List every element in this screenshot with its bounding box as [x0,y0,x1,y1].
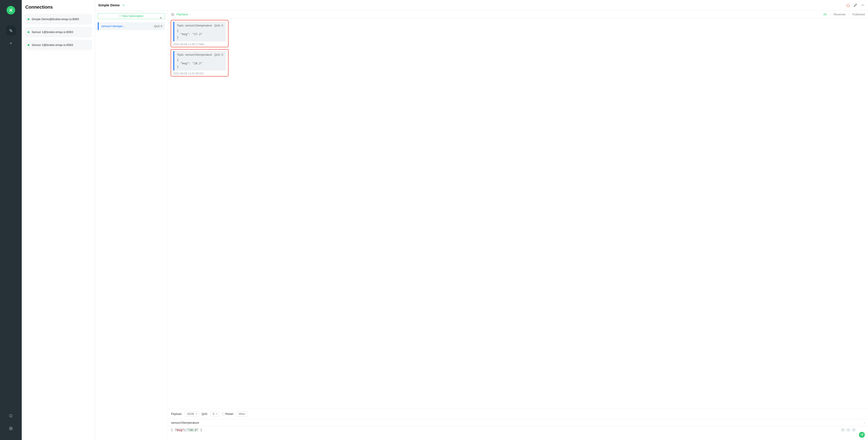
svg-point-5 [863,5,863,5]
message-timestamp: 2022-09-06 11:01:58:622 [173,72,226,75]
more-button[interactable] [861,3,865,7]
filter-all[interactable]: All [824,13,827,16]
connection-item[interactable]: Simple Demo@broker.emqx.io:8083 [25,14,92,24]
connections-title: Connections [25,4,91,10]
connection-label: Sensor 2@broker.emqx.io:8083 [32,43,73,47]
help-badge[interactable]: ? [171,13,174,16]
connection-title: Simple Demo [98,3,120,7]
connections-panel: Connections Simple Demo@broker.emqx.io:8… [22,0,95,440]
svg-point-6 [864,5,864,5]
topic-history-dropdown[interactable] [863,421,866,424]
topbar: Simple Demo [95,0,868,10]
nav-connections[interactable] [6,26,16,35]
message: Topic: sensor/2/temperatureQoS: 0{ "msg"… [170,49,228,77]
message-qos: QoS: 0 [214,53,223,56]
payload-format-select[interactable]: Plaintext [177,13,191,16]
edit-button[interactable] [854,3,857,7]
history-clear-button[interactable]: – [846,428,850,432]
nav-add[interactable] [6,38,16,48]
status-dot [28,18,29,20]
nav-about[interactable] [6,411,16,420]
message-timestamp: 2022-09-06 11:00:17:849 [173,43,226,46]
nav-rail [0,0,22,440]
payload-label: Payload: [171,412,182,415]
connection-label: Sensor 1@broker.emqx.io:8083 [32,30,73,34]
collapse-subscriptions-button[interactable] [159,16,163,20]
message-feed: ? Plaintext All | Received | Published T… [168,10,868,440]
message: Topic: sensor/1/temperatureQoS: 0{ "msg"… [170,20,228,47]
filter-published[interactable]: Published [852,13,865,16]
message-qos: QoS: 0 [214,24,223,27]
svg-point-3 [10,428,11,429]
disconnect-button[interactable] [846,3,850,7]
payload-format-select[interactable]: JSON [185,411,199,417]
new-subscription-button[interactable]: + New Subscription [98,13,165,19]
publish-editor: Payload: JSON QoS: 0 Retain Meta { "msg"… [168,409,868,440]
qos-label: QoS: [202,412,208,415]
subscription-topic: sensor/+/temper… [101,24,126,28]
history-prev-button[interactable]: ← [841,428,845,432]
connection-item[interactable]: Sensor 1@broker.emqx.io:8083 [25,27,92,37]
message-topic: Topic: sensor/1/temperature [177,24,212,27]
topic-input[interactable] [168,419,868,427]
svg-point-4 [862,5,862,5]
connection-item[interactable]: Sensor 2@broker.emqx.io:8083 [25,39,92,50]
new-subscription-label: New Subscription [122,14,143,18]
send-button[interactable] [859,432,865,438]
app-logo [6,6,15,14]
connection-label: Simple Demo@broker.emqx.io:8083 [32,18,79,21]
filter-received[interactable]: Received [834,13,845,16]
history-next-button[interactable]: → [852,428,856,432]
message-body: { "msg": "17.2" } [177,29,223,39]
status-dot [28,31,29,33]
status-dot [28,44,29,46]
plus-icon: + [119,14,121,18]
message-body: { "msg": "18.2" } [177,58,223,68]
meta-button[interactable]: Meta [236,411,247,417]
subscriptions-panel: + New Subscription sensor/+/temper…QoS 0 [95,10,168,440]
subscription-item[interactable]: sensor/+/temper…QoS 0 [98,22,165,30]
main-pane: Simple Demo + New Subscriptio [95,0,868,440]
chevron-down-icon[interactable] [122,4,125,7]
qos-select[interactable]: 0 [211,411,219,417]
message-topic: Topic: sensor/2/temperature [177,53,212,56]
nav-settings[interactable] [6,424,16,433]
subscription-qos: QoS 0 [154,24,162,28]
retain-toggle[interactable]: Retain [222,412,234,415]
payload-input[interactable]: { "msg": "18.2" } ← – → [168,427,868,440]
